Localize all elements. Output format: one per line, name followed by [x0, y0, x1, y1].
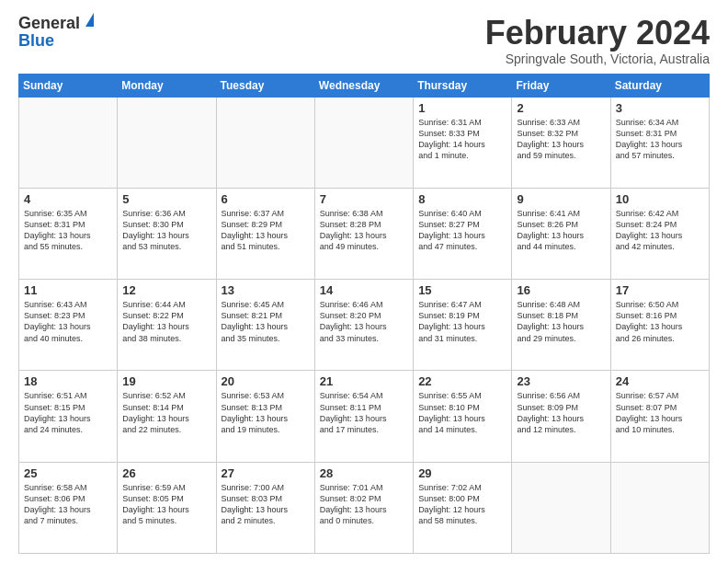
table-row: 13Sunrise: 6:45 AM Sunset: 8:21 PM Dayli… — [216, 280, 314, 371]
calendar-body: 1Sunrise: 6:31 AM Sunset: 8:33 PM Daylig… — [19, 97, 710, 553]
table-row: 23Sunrise: 6:56 AM Sunset: 8:09 PM Dayli… — [512, 371, 610, 462]
logo-row2: Blue — [18, 32, 54, 50]
day-info: Sunrise: 6:31 AM Sunset: 8:33 PM Dayligh… — [418, 117, 506, 162]
table-row: 2Sunrise: 6:33 AM Sunset: 8:32 PM Daylig… — [512, 97, 610, 188]
table-row: 26Sunrise: 6:59 AM Sunset: 8:05 PM Dayli… — [118, 462, 216, 553]
day-number: 10 — [616, 192, 704, 206]
col-saturday: Saturday — [610, 74, 709, 97]
calendar-table: Sunday Monday Tuesday Wednesday Thursday… — [18, 74, 710, 554]
col-sunday: Sunday — [19, 74, 118, 97]
day-number: 16 — [517, 283, 605, 297]
table-row — [118, 97, 216, 188]
day-info: Sunrise: 6:56 AM Sunset: 8:09 PM Dayligh… — [517, 390, 605, 435]
day-info: Sunrise: 6:40 AM Sunset: 8:27 PM Dayligh… — [418, 208, 506, 253]
table-row: 17Sunrise: 6:50 AM Sunset: 8:16 PM Dayli… — [610, 280, 709, 371]
day-info: Sunrise: 6:47 AM Sunset: 8:19 PM Dayligh… — [418, 299, 506, 344]
day-info: Sunrise: 6:45 AM Sunset: 8:21 PM Dayligh… — [222, 299, 310, 344]
col-friday: Friday — [512, 74, 610, 97]
logo-general-text: General — [18, 14, 80, 32]
logo-row1: General — [18, 15, 94, 32]
day-number: 5 — [122, 192, 210, 206]
table-row: 6Sunrise: 6:37 AM Sunset: 8:29 PM Daylig… — [216, 188, 314, 279]
day-info: Sunrise: 6:50 AM Sunset: 8:16 PM Dayligh… — [616, 299, 704, 344]
table-row — [314, 97, 413, 188]
col-wednesday: Wednesday — [314, 74, 413, 97]
day-number: 9 — [517, 192, 605, 206]
day-number: 13 — [222, 283, 310, 297]
month-title: February 2024 — [485, 15, 710, 52]
table-row: 4Sunrise: 6:35 AM Sunset: 8:31 PM Daylig… — [19, 188, 118, 279]
day-number: 8 — [418, 192, 506, 206]
table-row: 10Sunrise: 6:42 AM Sunset: 8:24 PM Dayli… — [610, 188, 709, 279]
day-number: 28 — [320, 466, 408, 480]
day-info: Sunrise: 6:43 AM Sunset: 8:23 PM Dayligh… — [24, 299, 112, 344]
col-monday: Monday — [118, 74, 216, 97]
day-info: Sunrise: 6:42 AM Sunset: 8:24 PM Dayligh… — [616, 208, 704, 253]
day-number: 25 — [24, 466, 112, 480]
day-info: Sunrise: 6:52 AM Sunset: 8:14 PM Dayligh… — [122, 390, 210, 435]
day-info: Sunrise: 6:51 AM Sunset: 8:15 PM Dayligh… — [24, 390, 112, 435]
day-info: Sunrise: 6:58 AM Sunset: 8:06 PM Dayligh… — [24, 482, 112, 527]
table-row: 18Sunrise: 6:51 AM Sunset: 8:15 PM Dayli… — [19, 371, 118, 462]
day-number: 22 — [418, 374, 506, 388]
table-row — [19, 97, 118, 188]
day-number: 23 — [517, 374, 605, 388]
header-row: Sunday Monday Tuesday Wednesday Thursday… — [19, 74, 710, 97]
day-number: 29 — [418, 466, 506, 480]
day-number: 17 — [616, 283, 704, 297]
calendar-week-0: 1Sunrise: 6:31 AM Sunset: 8:33 PM Daylig… — [19, 97, 710, 188]
title-area: February 2024 Springvale South, Victoria… — [485, 15, 710, 66]
col-tuesday: Tuesday — [216, 74, 314, 97]
table-row — [610, 462, 709, 553]
table-row: 29Sunrise: 7:02 AM Sunset: 8:00 PM Dayli… — [414, 462, 512, 553]
col-thursday: Thursday — [414, 74, 512, 97]
subtitle: Springvale South, Victoria, Australia — [485, 52, 710, 66]
day-info: Sunrise: 6:38 AM Sunset: 8:28 PM Dayligh… — [320, 208, 408, 253]
table-row — [216, 97, 314, 188]
table-row: 27Sunrise: 7:00 AM Sunset: 8:03 PM Dayli… — [216, 462, 314, 553]
day-number: 20 — [222, 374, 310, 388]
table-row: 9Sunrise: 6:41 AM Sunset: 8:26 PM Daylig… — [512, 188, 610, 279]
table-row: 28Sunrise: 7:01 AM Sunset: 8:02 PM Dayli… — [314, 462, 413, 553]
table-row: 8Sunrise: 6:40 AM Sunset: 8:27 PM Daylig… — [414, 188, 512, 279]
day-number: 14 — [320, 283, 408, 297]
day-number: 4 — [24, 192, 112, 206]
day-info: Sunrise: 6:54 AM Sunset: 8:11 PM Dayligh… — [320, 390, 408, 435]
table-row: 22Sunrise: 6:55 AM Sunset: 8:10 PM Dayli… — [414, 371, 512, 462]
table-row: 20Sunrise: 6:53 AM Sunset: 8:13 PM Dayli… — [216, 371, 314, 462]
day-info: Sunrise: 6:35 AM Sunset: 8:31 PM Dayligh… — [24, 208, 112, 253]
day-number: 6 — [222, 192, 310, 206]
day-number: 19 — [122, 374, 210, 388]
table-row — [512, 462, 610, 553]
day-info: Sunrise: 6:53 AM Sunset: 8:13 PM Dayligh… — [222, 390, 310, 435]
table-row: 14Sunrise: 6:46 AM Sunset: 8:20 PM Dayli… — [314, 280, 413, 371]
day-number: 18 — [24, 374, 112, 388]
day-info: Sunrise: 6:34 AM Sunset: 8:31 PM Dayligh… — [616, 117, 704, 162]
table-row: 16Sunrise: 6:48 AM Sunset: 8:18 PM Dayli… — [512, 280, 610, 371]
header: General Blue February 2024 Springvale So… — [18, 15, 710, 66]
table-row: 5Sunrise: 6:36 AM Sunset: 8:30 PM Daylig… — [118, 188, 216, 279]
day-info: Sunrise: 6:44 AM Sunset: 8:22 PM Dayligh… — [122, 299, 210, 344]
table-row: 21Sunrise: 6:54 AM Sunset: 8:11 PM Dayli… — [314, 371, 413, 462]
day-info: Sunrise: 7:01 AM Sunset: 8:02 PM Dayligh… — [320, 482, 408, 527]
day-number: 27 — [222, 466, 310, 480]
day-info: Sunrise: 7:00 AM Sunset: 8:03 PM Dayligh… — [222, 482, 310, 527]
table-row: 11Sunrise: 6:43 AM Sunset: 8:23 PM Dayli… — [19, 280, 118, 371]
day-info: Sunrise: 6:57 AM Sunset: 8:07 PM Dayligh… — [616, 390, 704, 435]
day-number: 7 — [320, 192, 408, 206]
calendar-week-2: 11Sunrise: 6:43 AM Sunset: 8:23 PM Dayli… — [19, 280, 710, 371]
day-info: Sunrise: 6:41 AM Sunset: 8:26 PM Dayligh… — [517, 208, 605, 253]
logo: General Blue — [18, 15, 94, 50]
day-number: 21 — [320, 374, 408, 388]
day-number: 15 — [418, 283, 506, 297]
table-row: 25Sunrise: 6:58 AM Sunset: 8:06 PM Dayli… — [19, 462, 118, 553]
table-row: 19Sunrise: 6:52 AM Sunset: 8:14 PM Dayli… — [118, 371, 216, 462]
day-number: 2 — [517, 101, 605, 115]
day-info: Sunrise: 6:33 AM Sunset: 8:32 PM Dayligh… — [517, 117, 605, 162]
day-info: Sunrise: 6:59 AM Sunset: 8:05 PM Dayligh… — [122, 482, 210, 527]
day-number: 24 — [616, 374, 704, 388]
day-number: 1 — [418, 101, 506, 115]
day-info: Sunrise: 6:55 AM Sunset: 8:10 PM Dayligh… — [418, 390, 506, 435]
day-number: 3 — [616, 101, 704, 115]
table-row: 15Sunrise: 6:47 AM Sunset: 8:19 PM Dayli… — [414, 280, 512, 371]
